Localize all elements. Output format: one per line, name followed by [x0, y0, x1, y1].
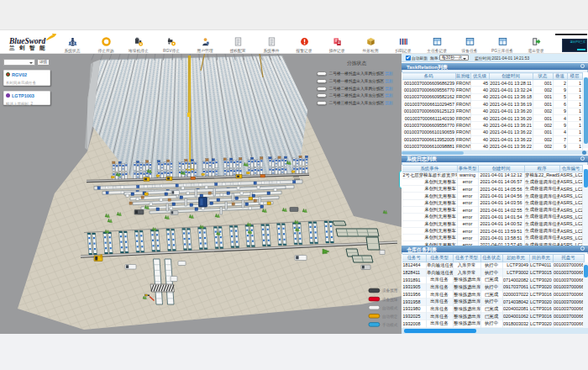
svg-text:设备故障: 设备故障	[382, 297, 398, 303]
svg-text:自动锁定: 自动锁定	[382, 314, 398, 320]
svg-text:设备禁用: 设备禁用	[382, 288, 397, 293]
svg-text:自动模式: 自动模式	[382, 306, 398, 310]
svg-text:手动模式: 手动模式	[382, 322, 398, 327]
